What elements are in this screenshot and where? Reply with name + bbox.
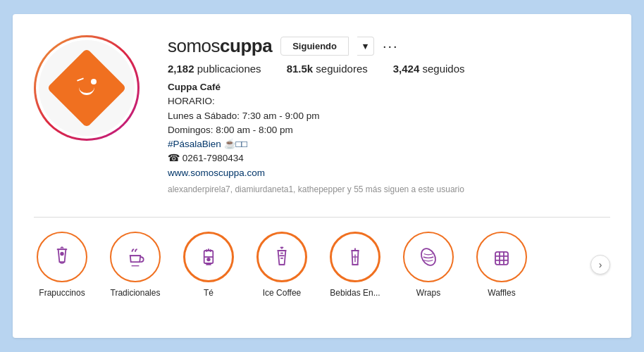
highlight-wraps[interactable]: Wraps (400, 232, 457, 298)
highlight-label-frapuccinos: Frapuccinos (39, 288, 85, 298)
followers-note-text: alexanderpirela7, diamiurdaneta1, kathep… (168, 184, 464, 194)
following-button[interactable]: Siguiendo (280, 37, 349, 56)
followers-note: alexanderpirela7, diamiurdaneta1, kathep… (168, 183, 610, 196)
bio-schedule-sundays: Domingos: 8:00 am - 8:00 pm (168, 123, 610, 137)
svg-point-0 (61, 252, 63, 255)
following-count: 3,424 (393, 63, 420, 75)
highlight-bebidas[interactable]: Bebidas En... (327, 232, 383, 298)
bio-phone: ☎ 0261-7980434 (168, 151, 610, 165)
highlight-circle-frapuccinos (37, 232, 87, 282)
highlight-waffles[interactable]: Waffles (473, 232, 530, 298)
highlight-circle-wraps (403, 232, 454, 282)
bio-schedule-label: HORARIO: (168, 94, 610, 108)
highlight-circle-waffles (476, 232, 527, 282)
highlight-circle-tradicionales (110, 232, 161, 282)
bio-link[interactable]: www.somoscuppa.com (168, 168, 265, 178)
logo-eye-wink (77, 77, 84, 81)
bebidas-icon (342, 244, 368, 270)
username-suffix: cuppa (220, 35, 272, 56)
bio-hashtag: #PásalaBien ☕□□ (168, 137, 610, 151)
svg-point-2 (207, 258, 210, 261)
username-row: somoscuppa Siguiendo ▾ ··· (168, 35, 610, 57)
following-label: seguidos (422, 63, 464, 75)
highlight-tradicionales[interactable]: Tradicionales (107, 232, 163, 298)
te-icon (196, 244, 221, 270)
logo-smile (79, 87, 94, 95)
highlight-label-tradicionales: Tradicionales (111, 288, 161, 298)
username-prefix: somos (168, 35, 220, 56)
highlight-te[interactable]: Té (180, 232, 237, 298)
publications-label: publicaciones (197, 63, 261, 75)
waffles-icon (489, 244, 514, 270)
svg-rect-6 (495, 252, 508, 265)
avatar-inner (39, 40, 135, 136)
logo-eye-dot (91, 79, 97, 84)
highlight-label-waffles: Waffles (488, 288, 515, 298)
highlight-circle-te (183, 232, 234, 282)
highlight-ice-coffee[interactable]: Ice Coffee (254, 232, 310, 298)
followers-count: 81.5k (287, 63, 314, 75)
highlight-label-wraps: Wraps (416, 288, 440, 298)
followers-label: seguidores (316, 63, 367, 75)
bio-section: Cuppa Café HORARIO: Lunes a Sábado: 7:30… (168, 80, 610, 196)
tradicionales-icon (123, 244, 148, 270)
highlights-scroll: Frapuccinos Tr (34, 225, 590, 305)
highlight-label-bebidas: Bebidas En... (330, 288, 380, 298)
scroll-right-button[interactable]: › (590, 255, 610, 275)
logo-face (77, 79, 97, 95)
stat-followers: 81.5k seguidores (287, 63, 368, 75)
svg-point-5 (419, 246, 438, 268)
logo (55, 56, 118, 120)
highlight-circle-bebidas (330, 232, 380, 282)
stats-row: 2,182 publicaciones 81.5k seguidores 3,4… (168, 63, 610, 75)
frapuccinos-icon (49, 244, 75, 270)
stat-following: 3,424 seguidos (393, 63, 465, 75)
avatar (34, 35, 140, 141)
highlight-frapuccinos[interactable]: Frapuccinos (34, 232, 90, 298)
highlight-label-te: Té (204, 288, 213, 298)
logo-eyes (77, 79, 97, 84)
bio-hashtag-text: #PásalaBien ☕□□ (168, 139, 247, 149)
stat-publications: 2,182 publicaciones (168, 63, 261, 75)
highlights-section: Frapuccinos Tr (34, 217, 610, 305)
ice-coffee-icon (269, 244, 295, 270)
bio-schedule-weekdays: Lunes a Sábado: 7:30 am - 9:00 pm (168, 109, 610, 123)
publications-count: 2,182 (168, 63, 194, 75)
profile-card: somoscuppa Siguiendo ▾ ··· 2,182 publica… (13, 14, 631, 338)
wraps-icon (416, 244, 441, 270)
bio-link-row: www.somoscuppa.com (168, 166, 610, 180)
profile-section: somoscuppa Siguiendo ▾ ··· 2,182 publica… (34, 35, 610, 196)
bio-name: Cuppa Café (168, 80, 610, 94)
highlight-label-ice-coffee: Ice Coffee (263, 288, 301, 298)
more-button[interactable]: ··· (383, 38, 399, 54)
dropdown-button[interactable]: ▾ (357, 37, 374, 56)
highlight-circle-ice-coffee (256, 232, 307, 282)
profile-info: somoscuppa Siguiendo ▾ ··· 2,182 publica… (168, 35, 610, 196)
username: somoscuppa (168, 35, 272, 57)
